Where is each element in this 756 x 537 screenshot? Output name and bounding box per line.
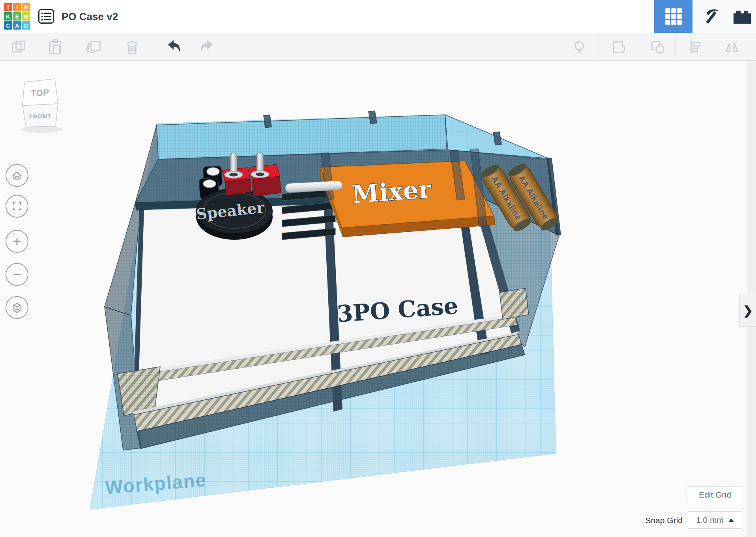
duplicate-button[interactable] — [84, 37, 103, 56]
logo-tile: E — [13, 12, 21, 21]
mirror-icon — [723, 38, 741, 56]
panel-toggle-button[interactable]: ❯ — [739, 294, 756, 327]
align-icon — [686, 38, 704, 56]
delete-button[interactable] — [123, 37, 142, 56]
scene-canvas[interactable]: Workplane 3PO Cas — [0, 0, 756, 537]
button-cap — [203, 180, 216, 188]
edit-toolbar — [0, 33, 756, 61]
toolbar-divider — [676, 35, 676, 58]
mixer-label: Mixer — [351, 175, 433, 209]
logo-tile: I — [13, 3, 21, 11]
logo-tile: D — [22, 21, 30, 30]
edit-grid-button[interactable]: Edit Grid — [687, 486, 743, 503]
paste-icon — [46, 38, 64, 56]
view-cube-top-label: TOP — [30, 87, 50, 98]
zoom-in-button[interactable] — [6, 230, 28, 253]
logo-tile: C — [4, 21, 12, 30]
fit-view-icon — [10, 200, 24, 213]
menu-icon — [41, 13, 53, 14]
grid-icon — [664, 7, 683, 26]
caret-up-icon — [728, 518, 734, 522]
trash-icon — [123, 38, 141, 56]
header-bar: T I N K E R C A D PO Case v2 — [0, 0, 756, 34]
fit-view-button[interactable] — [6, 195, 28, 218]
copy-icon — [10, 38, 28, 56]
view-cube-front-label: FRONT — [29, 112, 51, 120]
case-rail-right-cap-mesh — [500, 288, 529, 319]
group-button[interactable] — [609, 37, 628, 56]
mixer-object[interactable]: Mixer — [320, 161, 495, 237]
duplicate-icon — [84, 38, 103, 56]
case-stub-1 — [264, 115, 271, 128]
mirror-button[interactable] — [722, 37, 741, 56]
logo-tile: T — [4, 3, 12, 11]
paste-button[interactable] — [46, 37, 65, 56]
redo-icon — [198, 37, 217, 56]
blocks-view-button[interactable] — [654, 0, 692, 33]
logo-tile: R — [22, 12, 30, 21]
tinkercad-app: Workplane 3PO Cas — [0, 0, 756, 537]
logo-tile: A — [13, 21, 21, 30]
brick-export-button[interactable] — [731, 0, 756, 33]
button-cap — [207, 168, 219, 175]
perspective-toggle-button[interactable] — [6, 296, 28, 319]
toolbar-divider — [599, 35, 599, 58]
copy-button[interactable] — [9, 37, 28, 56]
snap-grid-select[interactable]: 1.0 mm — [687, 511, 743, 529]
toolbar-divider — [154, 35, 154, 58]
home-view-button[interactable] — [6, 164, 28, 187]
tinkercad-logo[interactable]: T I N K E R C A D — [4, 3, 32, 30]
undo-button[interactable] — [164, 37, 183, 56]
zoom-out-icon — [10, 268, 24, 281]
chevron-right-icon: ❯ — [743, 304, 753, 317]
switch-box-front — [252, 176, 281, 196]
align-button[interactable] — [686, 37, 705, 56]
group-icon — [610, 38, 628, 56]
edit-grid-label: Edit Grid — [699, 490, 731, 500]
perspective-icon — [10, 301, 24, 314]
undo-icon — [164, 37, 183, 56]
logo-tile: K — [4, 12, 12, 21]
ungroup-icon — [648, 38, 666, 56]
zoom-in-icon — [10, 235, 24, 248]
speaker-object[interactable]: Speaker — [195, 189, 273, 240]
redo-button[interactable] — [198, 37, 217, 56]
pickaxe-icon — [702, 7, 721, 26]
switch-collar-center — [229, 173, 238, 177]
zoom-out-button[interactable] — [6, 263, 28, 286]
ungroup-button[interactable] — [648, 37, 667, 56]
brick-icon — [732, 7, 756, 26]
home-icon — [10, 169, 24, 182]
lightbulb-button[interactable] — [570, 37, 589, 56]
design-title[interactable]: PO Case v2 — [62, 0, 118, 33]
snap-grid-value: 1.0 mm — [696, 515, 724, 525]
view-cube[interactable]: TOP FRONT — [21, 79, 63, 133]
switch-collar-center — [256, 173, 264, 176]
lightbulb-icon — [570, 38, 588, 56]
snap-grid-label: Snap Grid — [616, 515, 683, 526]
design-menu-button[interactable] — [38, 9, 54, 24]
logo-tile: N — [22, 3, 30, 11]
minecraft-export-button[interactable] — [692, 0, 731, 33]
